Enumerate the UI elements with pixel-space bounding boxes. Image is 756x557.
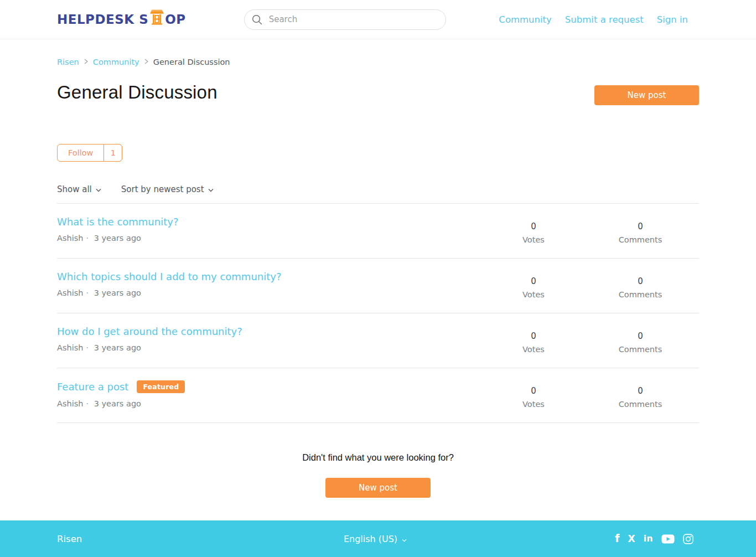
- votes-count: 0: [500, 221, 567, 231]
- post-meta: Ashish· 3 years ago: [57, 343, 500, 352]
- votes-stat: 0 Votes: [500, 216, 567, 244]
- page-title: General Discussion: [57, 82, 218, 103]
- comments-count: 0: [599, 386, 682, 396]
- votes-stat: 0 Votes: [500, 271, 567, 299]
- comments-label: Comments: [599, 345, 682, 354]
- table-row: Which topics should I add to my communit…: [57, 259, 699, 313]
- footer: Risen English (US) f X in: [0, 520, 756, 557]
- cta-section: Didn't find what you were looking for? N…: [57, 452, 699, 498]
- sort-dropdown[interactable]: Sort by newest post: [121, 184, 214, 194]
- chevron-down-icon: [208, 184, 214, 194]
- post-author: Ashish: [57, 288, 83, 297]
- instagram-icon[interactable]: [683, 533, 693, 545]
- votes-count: 0: [500, 386, 567, 396]
- meta-separator: ·: [86, 343, 89, 352]
- logo[interactable]: HELPDESK S OP: [57, 11, 186, 28]
- post-meta: Ashish· 3 years ago: [57, 234, 500, 243]
- storefront-icon: [149, 9, 164, 27]
- chevron-down-icon: [96, 184, 101, 194]
- chevron-right-icon: [84, 58, 88, 66]
- comments-label: Comments: [599, 235, 682, 244]
- search-input[interactable]: [244, 9, 446, 30]
- post-title-link[interactable]: What is the community?: [57, 216, 178, 228]
- chevron-right-icon: [144, 58, 148, 66]
- comments-count: 0: [599, 221, 682, 231]
- table-row: Feature a post Featured Ashish· 3 years …: [57, 368, 699, 423]
- nav-submit-request[interactable]: Submit a request: [565, 14, 644, 25]
- follow-button[interactable]: Follow 1: [57, 144, 122, 162]
- new-post-button-top[interactable]: New post: [594, 85, 699, 105]
- post-age: 3 years ago: [94, 343, 141, 352]
- votes-stat: 0 Votes: [500, 326, 567, 354]
- cta-question: Didn't find what you were looking for?: [57, 452, 699, 463]
- post-meta: Ashish· 3 years ago: [57, 288, 500, 297]
- logo-text-right: OP: [165, 12, 185, 27]
- breadcrumb-community[interactable]: Community: [93, 58, 139, 66]
- featured-badge: Featured: [137, 380, 185, 393]
- search-bar: [244, 9, 446, 30]
- comments-stat: 0 Comments: [599, 216, 682, 244]
- comments-stat: 0 Comments: [599, 271, 682, 299]
- chevron-down-icon: [402, 534, 407, 544]
- meta-separator: ·: [86, 288, 89, 297]
- comments-count: 0: [599, 331, 682, 341]
- x-twitter-icon[interactable]: X: [628, 533, 635, 545]
- comments-label: Comments: [599, 400, 682, 409]
- follower-count: 1: [103, 145, 122, 161]
- nav-community[interactable]: Community: [499, 14, 552, 25]
- comments-count: 0: [599, 276, 682, 286]
- post-author: Ashish: [57, 343, 83, 352]
- post-title-link[interactable]: Which topics should I add to my communit…: [57, 271, 281, 282]
- table-row: How do I get around the community? Ashis…: [57, 313, 699, 368]
- post-list: What is the community? Ashish· 3 years a…: [57, 203, 699, 423]
- votes-label: Votes: [500, 290, 567, 299]
- facebook-icon[interactable]: f: [615, 533, 619, 545]
- votes-count: 0: [500, 331, 567, 341]
- breadcrumb-current: General Discussion: [153, 58, 230, 66]
- logo-text-left: HELPDESK S: [57, 12, 148, 27]
- follow-label: Follow: [58, 145, 103, 161]
- show-all-dropdown[interactable]: Show all: [57, 184, 101, 194]
- post-age: 3 years ago: [94, 399, 141, 408]
- new-post-button-bottom[interactable]: New post: [325, 478, 431, 498]
- breadcrumb-home[interactable]: Risen: [57, 58, 79, 66]
- linkedin-icon[interactable]: in: [644, 533, 653, 545]
- post-meta: Ashish· 3 years ago: [57, 399, 500, 408]
- post-author: Ashish: [57, 234, 83, 243]
- header-nav: Community Submit a request Sign in: [499, 14, 688, 25]
- language-selector[interactable]: English (US): [344, 534, 407, 544]
- votes-count: 0: [500, 276, 567, 286]
- votes-stat: 0 Votes: [500, 380, 567, 409]
- title-row: General Discussion New post: [57, 82, 699, 105]
- post-title-link[interactable]: Feature a post: [57, 381, 128, 393]
- sort-label: Sort by newest post: [121, 184, 204, 194]
- post-age: 3 years ago: [94, 288, 141, 297]
- language-label: English (US): [344, 534, 397, 544]
- show-all-label: Show all: [57, 184, 92, 194]
- comments-stat: 0 Comments: [599, 380, 682, 409]
- post-author: Ashish: [57, 399, 83, 408]
- youtube-icon[interactable]: [661, 533, 675, 545]
- footer-social: f X in: [505, 533, 693, 545]
- filters: Show all Sort by newest post: [57, 184, 699, 194]
- votes-label: Votes: [500, 345, 567, 354]
- meta-separator: ·: [86, 399, 89, 408]
- nav-sign-in[interactable]: Sign in: [657, 14, 688, 25]
- table-row: What is the community? Ashish· 3 years a…: [57, 204, 699, 259]
- post-title-link[interactable]: How do I get around the community?: [57, 326, 242, 337]
- post-age: 3 years ago: [94, 234, 141, 243]
- footer-site-link[interactable]: Risen: [57, 534, 82, 544]
- meta-separator: ·: [86, 234, 89, 243]
- search-icon: [252, 14, 262, 27]
- breadcrumb: Risen Community General Discussion: [57, 58, 699, 66]
- votes-label: Votes: [500, 235, 567, 244]
- header: HELPDESK S OP Community Submit a request: [0, 0, 756, 39]
- comments-stat: 0 Comments: [599, 326, 682, 354]
- comments-label: Comments: [599, 290, 682, 299]
- votes-label: Votes: [500, 400, 567, 409]
